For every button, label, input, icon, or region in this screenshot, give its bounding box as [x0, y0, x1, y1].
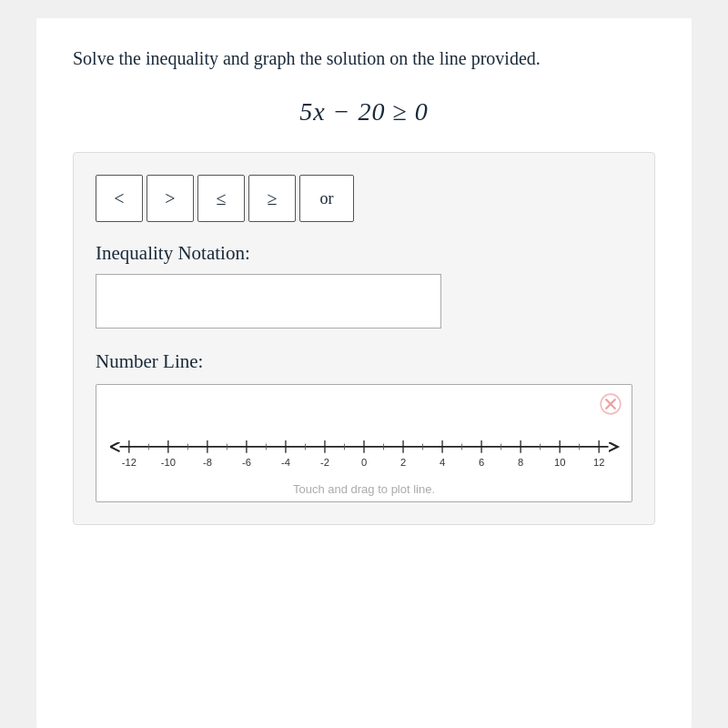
svg-text:-12: -12 [122, 457, 136, 468]
svg-text:-8: -8 [203, 457, 212, 468]
less-equal-button[interactable]: ≤ [197, 175, 245, 222]
number-line-label: Number Line: [96, 350, 632, 373]
or-button[interactable]: or [299, 175, 354, 222]
svg-text:-6: -6 [242, 457, 251, 468]
answer-panel: < > ≤ ≥ or Inequality Notation: Number L… [73, 152, 655, 525]
touch-drag-hint: Touch and drag to plot line. [96, 482, 632, 496]
number-line-box[interactable]: -12 -10 -8 -6 -4 -2 0 2 4 6 [96, 384, 632, 502]
notation-input[interactable] [96, 274, 441, 329]
greater-than-button[interactable]: > [147, 175, 194, 222]
svg-text:0: 0 [361, 457, 367, 468]
instructions-text: Solve the inequality and graph the solut… [73, 46, 655, 72]
svg-text:12: 12 [593, 457, 604, 468]
equation-display: 5x − 20 ≥ 0 [299, 97, 429, 126]
clear-icon[interactable] [599, 392, 622, 416]
svg-text:-4: -4 [281, 457, 290, 468]
main-page: Solve the inequality and graph the solut… [36, 18, 692, 728]
svg-text:8: 8 [518, 457, 523, 468]
svg-text:10: 10 [554, 457, 565, 468]
notation-label: Inequality Notation: [96, 242, 632, 265]
svg-text:-10: -10 [161, 457, 176, 468]
less-than-button[interactable]: < [96, 175, 143, 222]
number-line-svg: -12 -10 -8 -6 -4 -2 0 2 4 6 [106, 425, 622, 480]
greater-equal-button[interactable]: ≥ [248, 175, 296, 222]
svg-text:6: 6 [479, 457, 484, 468]
svg-text:4: 4 [440, 457, 445, 468]
equation-container: 5x − 20 ≥ 0 [73, 97, 655, 126]
symbol-buttons-row: < > ≤ ≥ or [96, 175, 632, 222]
svg-text:-2: -2 [320, 457, 329, 468]
svg-text:2: 2 [400, 457, 406, 468]
